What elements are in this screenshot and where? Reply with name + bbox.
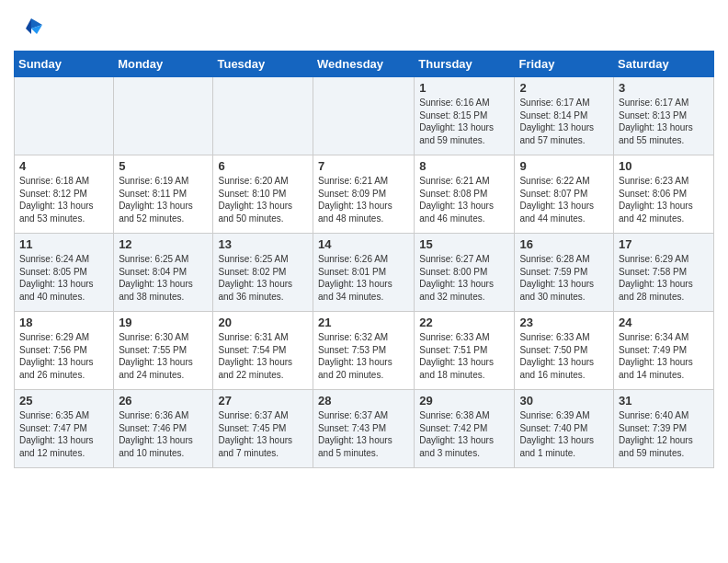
day-number: 22: [419, 316, 509, 329]
week-row-5: 25Sunrise: 6:35 AM Sunset: 7:47 PM Dayli…: [15, 390, 714, 468]
day-number: 31: [619, 394, 709, 408]
calendar-cell: 9Sunrise: 6:22 AM Sunset: 8:07 PM Daylig…: [515, 155, 614, 234]
calendar-cell: [114, 77, 213, 155]
day-number: 14: [318, 237, 409, 251]
day-number: 17: [619, 237, 709, 251]
day-number: 8: [419, 159, 509, 173]
calendar-cell: 19Sunrise: 6:30 AM Sunset: 7:55 PM Dayli…: [114, 312, 213, 390]
calendar-cell: 23Sunrise: 6:33 AM Sunset: 7:50 PM Dayli…: [515, 312, 614, 390]
cell-content: Sunrise: 6:20 AM Sunset: 8:10 PM Dayligh…: [218, 175, 308, 224]
calendar-cell: 14Sunrise: 6:26 AM Sunset: 8:01 PM Dayli…: [313, 234, 415, 312]
day-number: 10: [619, 159, 709, 173]
cell-content: Sunrise: 6:22 AM Sunset: 8:07 PM Dayligh…: [519, 175, 609, 224]
calendar-cell: 15Sunrise: 6:27 AM Sunset: 8:00 PM Dayli…: [415, 234, 515, 312]
logo-bird-icon: [18, 14, 44, 40]
day-number: 1: [419, 81, 509, 95]
day-number: 20: [218, 316, 308, 329]
week-row-2: 4Sunrise: 6:18 AM Sunset: 8:12 PM Daylig…: [15, 155, 714, 234]
calendar-cell: 20Sunrise: 6:31 AM Sunset: 7:54 PM Dayli…: [213, 312, 313, 390]
cell-content: Sunrise: 6:35 AM Sunset: 7:47 PM Dayligh…: [19, 409, 108, 459]
calendar-cell: 4Sunrise: 6:18 AM Sunset: 8:12 PM Daylig…: [15, 155, 114, 234]
calendar-cell: 25Sunrise: 6:35 AM Sunset: 7:47 PM Dayli…: [15, 390, 114, 468]
cell-content: Sunrise: 6:39 AM Sunset: 7:40 PM Dayligh…: [519, 409, 609, 459]
calendar-cell: 5Sunrise: 6:19 AM Sunset: 8:11 PM Daylig…: [114, 155, 213, 234]
day-header-wednesday: Wednesday: [313, 52, 415, 77]
day-number: 19: [119, 316, 208, 329]
cell-content: Sunrise: 6:21 AM Sunset: 8:09 PM Dayligh…: [318, 175, 409, 224]
day-number: 11: [19, 237, 108, 251]
cell-content: Sunrise: 6:36 AM Sunset: 7:46 PM Dayligh…: [119, 409, 208, 459]
day-number: 29: [419, 394, 509, 408]
day-number: 21: [318, 316, 409, 329]
day-number: 3: [619, 81, 709, 95]
calendar-cell: 1Sunrise: 6:16 AM Sunset: 8:15 PM Daylig…: [415, 77, 515, 155]
calendar-cell: 17Sunrise: 6:29 AM Sunset: 7:58 PM Dayli…: [614, 234, 714, 312]
cell-content: Sunrise: 6:38 AM Sunset: 7:42 PM Dayligh…: [419, 409, 509, 459]
cell-content: Sunrise: 6:26 AM Sunset: 8:01 PM Dayligh…: [318, 253, 409, 303]
day-header-row: SundayMondayTuesdayWednesdayThursdayFrid…: [15, 52, 714, 77]
cell-content: Sunrise: 6:24 AM Sunset: 8:05 PM Dayligh…: [19, 253, 108, 303]
day-number: 12: [119, 237, 208, 251]
cell-content: Sunrise: 6:29 AM Sunset: 7:56 PM Dayligh…: [19, 331, 108, 381]
header: [14, 9, 714, 43]
day-number: 30: [519, 394, 609, 408]
calendar-cell: 21Sunrise: 6:32 AM Sunset: 7:53 PM Dayli…: [313, 312, 415, 390]
calendar-cell: 30Sunrise: 6:39 AM Sunset: 7:40 PM Dayli…: [515, 390, 614, 468]
cell-content: Sunrise: 6:29 AM Sunset: 7:58 PM Dayligh…: [619, 253, 709, 303]
day-number: 2: [519, 81, 609, 95]
day-number: 27: [218, 394, 308, 408]
calendar-cell: 24Sunrise: 6:34 AM Sunset: 7:49 PM Dayli…: [614, 312, 714, 390]
day-header-friday: Friday: [515, 52, 614, 77]
day-header-thursday: Thursday: [415, 52, 515, 77]
week-row-4: 18Sunrise: 6:29 AM Sunset: 7:56 PM Dayli…: [15, 312, 714, 390]
calendar-cell: 27Sunrise: 6:37 AM Sunset: 7:45 PM Dayli…: [213, 390, 313, 468]
calendar-cell: 22Sunrise: 6:33 AM Sunset: 7:51 PM Dayli…: [415, 312, 515, 390]
calendar-cell: 31Sunrise: 6:40 AM Sunset: 7:39 PM Dayli…: [614, 390, 714, 468]
cell-content: Sunrise: 6:30 AM Sunset: 7:55 PM Dayligh…: [119, 331, 208, 381]
day-header-sunday: Sunday: [15, 52, 114, 77]
cell-content: Sunrise: 6:40 AM Sunset: 7:39 PM Dayligh…: [619, 409, 709, 459]
day-header-saturday: Saturday: [614, 52, 714, 77]
calendar-cell: 16Sunrise: 6:28 AM Sunset: 7:59 PM Dayli…: [515, 234, 614, 312]
calendar-cell: 29Sunrise: 6:38 AM Sunset: 7:42 PM Dayli…: [415, 390, 515, 468]
calendar-cell: 28Sunrise: 6:37 AM Sunset: 7:43 PM Dayli…: [313, 390, 415, 468]
day-number: 7: [318, 159, 409, 173]
calendar-cell: 10Sunrise: 6:23 AM Sunset: 8:06 PM Dayli…: [614, 155, 714, 234]
cell-content: Sunrise: 6:33 AM Sunset: 7:50 PM Dayligh…: [519, 331, 609, 381]
day-number: 26: [119, 394, 208, 408]
day-header-monday: Monday: [114, 52, 213, 77]
day-number: 13: [218, 237, 308, 251]
day-number: 24: [619, 316, 709, 329]
calendar-cell: [313, 77, 415, 155]
cell-content: Sunrise: 6:17 AM Sunset: 8:13 PM Dayligh…: [619, 97, 709, 146]
cell-content: Sunrise: 6:32 AM Sunset: 7:53 PM Dayligh…: [318, 331, 409, 381]
day-number: 15: [419, 237, 509, 251]
day-number: 25: [19, 394, 108, 408]
day-number: 6: [218, 159, 308, 173]
day-number: 9: [519, 159, 609, 173]
calendar-cell: 2Sunrise: 6:17 AM Sunset: 8:14 PM Daylig…: [515, 77, 614, 155]
week-row-3: 11Sunrise: 6:24 AM Sunset: 8:05 PM Dayli…: [15, 234, 714, 312]
calendar-cell: 7Sunrise: 6:21 AM Sunset: 8:09 PM Daylig…: [313, 155, 415, 234]
day-number: 5: [119, 159, 208, 173]
cell-content: Sunrise: 6:34 AM Sunset: 7:49 PM Dayligh…: [619, 331, 709, 381]
calendar-cell: 12Sunrise: 6:25 AM Sunset: 8:04 PM Dayli…: [114, 234, 213, 312]
calendar-table: SundayMondayTuesdayWednesdayThursdayFrid…: [14, 51, 714, 468]
cell-content: Sunrise: 6:23 AM Sunset: 8:06 PM Dayligh…: [619, 175, 709, 224]
cell-content: Sunrise: 6:21 AM Sunset: 8:08 PM Dayligh…: [419, 175, 509, 224]
calendar-cell: [15, 77, 114, 155]
cell-content: Sunrise: 6:28 AM Sunset: 7:59 PM Dayligh…: [519, 253, 609, 303]
calendar-cell: 13Sunrise: 6:25 AM Sunset: 8:02 PM Dayli…: [213, 234, 313, 312]
calendar-cell: 3Sunrise: 6:17 AM Sunset: 8:13 PM Daylig…: [614, 77, 714, 155]
cell-content: Sunrise: 6:18 AM Sunset: 8:12 PM Dayligh…: [19, 175, 108, 224]
cell-content: Sunrise: 6:31 AM Sunset: 7:54 PM Dayligh…: [218, 331, 308, 381]
calendar-cell: 6Sunrise: 6:20 AM Sunset: 8:10 PM Daylig…: [213, 155, 313, 234]
calendar-cell: 26Sunrise: 6:36 AM Sunset: 7:46 PM Dayli…: [114, 390, 213, 468]
cell-content: Sunrise: 6:16 AM Sunset: 8:15 PM Dayligh…: [419, 97, 509, 146]
cell-content: Sunrise: 6:33 AM Sunset: 7:51 PM Dayligh…: [419, 331, 509, 381]
cell-content: Sunrise: 6:17 AM Sunset: 8:14 PM Dayligh…: [519, 97, 609, 146]
cell-content: Sunrise: 6:27 AM Sunset: 8:00 PM Dayligh…: [419, 253, 509, 303]
cell-content: Sunrise: 6:37 AM Sunset: 7:45 PM Dayligh…: [218, 409, 308, 459]
cell-content: Sunrise: 6:37 AM Sunset: 7:43 PM Dayligh…: [318, 409, 409, 459]
day-number: 4: [19, 159, 108, 173]
